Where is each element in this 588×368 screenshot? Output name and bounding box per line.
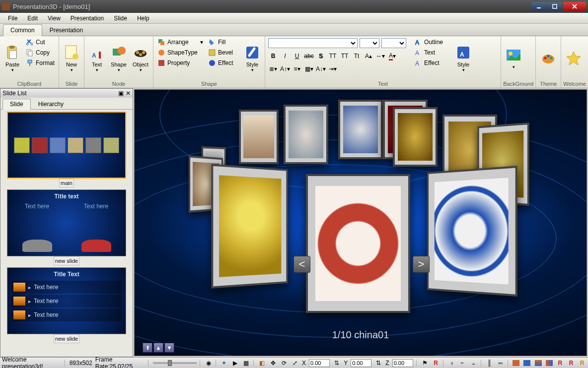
slide-thumb[interactable]: Title text Text hereText here new slide xyxy=(2,189,131,265)
sb-dist-v-icon[interactable]: ═ xyxy=(496,359,504,368)
gallery-prev-button[interactable]: < xyxy=(294,256,310,273)
slidelist-tab-hierarchy[interactable]: Hierarchy xyxy=(31,99,71,109)
font-family-combo[interactable] xyxy=(268,38,358,48)
sb-align-center-icon[interactable]: ⫟ xyxy=(458,359,466,368)
sb-align-right-icon[interactable]: ⫠ xyxy=(470,359,478,368)
ribbon-tab-common[interactable]: Common xyxy=(3,24,42,36)
sb-color1-icon[interactable] xyxy=(512,359,520,368)
sb-y-stepper[interactable]: ⇅ xyxy=(333,359,341,368)
gallery-card[interactable] xyxy=(338,100,383,159)
sb-play-icon[interactable]: ▶ xyxy=(231,359,239,368)
textdir-button[interactable]: A↓▾ xyxy=(316,64,326,74)
shape-node-button[interactable]: Shape xyxy=(108,37,129,80)
strike-button[interactable]: abc xyxy=(304,51,314,61)
menu-view[interactable]: View xyxy=(43,14,66,23)
sb-cube-icon[interactable]: ◧ xyxy=(258,359,266,368)
zoom-slider[interactable] xyxy=(153,362,197,364)
gallery-next-button[interactable]: > xyxy=(413,256,430,273)
font-extra-combo[interactable] xyxy=(381,38,406,48)
new-slide-button[interactable]: New xyxy=(61,37,82,80)
slide-thumb[interactable]: main xyxy=(2,112,131,187)
canvas-up-button[interactable]: ▲ xyxy=(153,343,163,353)
maximize-button[interactable] xyxy=(547,2,562,11)
ribbon-tab-presentation[interactable]: Presentation xyxy=(42,24,90,36)
theme-button[interactable] xyxy=(538,37,559,80)
copy-button[interactable]: Copy xyxy=(24,48,57,58)
shapetype-button[interactable]: ShapeType xyxy=(155,48,205,58)
text-style-button[interactable]: A Style xyxy=(453,37,474,80)
slide-thumb[interactable]: Title Text ▸ Text here ▸ Text here ▸ Tex… xyxy=(2,267,131,343)
linespacing-button[interactable]: A↕▾ xyxy=(280,64,290,74)
menu-file[interactable]: File xyxy=(3,14,22,23)
bullets-button[interactable]: ≣▾ xyxy=(268,64,278,74)
text-effect-button[interactable]: AEffect xyxy=(412,58,452,68)
background-button[interactable] xyxy=(503,37,524,80)
italic-button[interactable]: I xyxy=(280,51,290,61)
menu-edit[interactable]: Edit xyxy=(22,14,43,23)
font-size-combo[interactable] xyxy=(360,38,379,48)
sb-r1-button[interactable]: R xyxy=(432,359,440,368)
underline-button[interactable]: U xyxy=(292,51,302,61)
sb-color3-icon[interactable] xyxy=(534,359,542,368)
sb-puzzle-icon[interactable]: ✦ xyxy=(220,359,228,368)
case-button[interactable]: Tt xyxy=(352,51,362,61)
paste-button[interactable]: Paste xyxy=(2,37,23,80)
status-y-input[interactable] xyxy=(351,359,371,367)
canvas-area[interactable]: < > 1/10 china01 ⬆ ▲ ▼ xyxy=(134,89,587,356)
gallery-card[interactable] xyxy=(427,166,517,297)
menu-slide[interactable]: Slide xyxy=(109,14,132,23)
bevel-button[interactable]: Bevel xyxy=(206,48,241,58)
slidelist-tab-slide[interactable]: Slide xyxy=(2,99,31,110)
shape-style-button[interactable]: Style xyxy=(242,37,263,80)
gallery-card-center[interactable] xyxy=(306,174,410,313)
menu-help[interactable]: Help xyxy=(132,14,154,23)
sb-dist-h-icon[interactable]: ║ xyxy=(485,359,493,368)
object-node-button[interactable]: Object xyxy=(130,37,151,80)
char-spacing-button[interactable]: ↔▾ xyxy=(375,51,385,61)
panel-close-icon[interactable]: ✕ xyxy=(126,90,131,97)
minimize-button[interactable] xyxy=(531,2,546,11)
menu-presentation[interactable]: Presentation xyxy=(66,14,109,23)
property-button[interactable]: Property xyxy=(155,58,205,68)
format-button[interactable]: Format xyxy=(24,58,57,68)
sub-button[interactable]: TT xyxy=(340,51,350,61)
sb-record-icon[interactable]: ◉ xyxy=(205,359,213,368)
gallery-card[interactable] xyxy=(239,110,279,164)
welcome-button[interactable] xyxy=(563,37,584,80)
indent-button[interactable]: ⇥▾ xyxy=(328,64,338,74)
canvas-home-button[interactable]: ⬆ xyxy=(143,343,152,353)
sup-button[interactable]: TT xyxy=(328,51,338,61)
gallery-card[interactable] xyxy=(393,107,438,167)
cut-button[interactable]: Cut xyxy=(24,37,57,47)
close-button[interactable] xyxy=(563,2,586,11)
sb-r3-button[interactable]: R xyxy=(567,359,575,368)
sb-flag-icon[interactable]: ⚑ xyxy=(421,359,429,368)
columns-button[interactable]: ▦▾ xyxy=(304,64,314,74)
bold-button[interactable]: B xyxy=(268,51,278,61)
status-z-input[interactable] xyxy=(392,359,413,367)
font-color-button[interactable]: A▾ xyxy=(387,51,397,61)
effect-button[interactable]: Effect xyxy=(206,58,241,68)
font-size-grow-button[interactable]: A▴ xyxy=(364,51,373,61)
text-fill-button[interactable]: AText xyxy=(412,48,452,58)
sb-color4-icon[interactable] xyxy=(545,359,553,368)
sb-align-left-icon[interactable]: ⫞ xyxy=(447,359,455,368)
align-button[interactable]: ≡▾ xyxy=(292,64,302,74)
gallery-card[interactable] xyxy=(284,105,328,164)
sb-grid-icon[interactable]: ▦ xyxy=(242,359,250,368)
sb-z-stepper[interactable]: ⇅ xyxy=(374,359,382,368)
arrange-button[interactable]: Arrange▾ xyxy=(155,37,205,47)
sb-move-icon[interactable]: ✥ xyxy=(269,359,277,368)
text-node-button[interactable]: A Text xyxy=(86,37,107,80)
sb-scale-icon[interactable]: ⤢ xyxy=(291,359,299,368)
panel-pin-icon[interactable]: ▣ xyxy=(118,90,124,97)
sb-rotate-icon[interactable]: ⟳ xyxy=(280,359,288,368)
outline-text-button[interactable]: AOutline xyxy=(412,37,452,47)
status-x-input[interactable] xyxy=(309,359,330,367)
fill-button[interactable]: Fill xyxy=(206,37,241,47)
sb-color2-icon[interactable] xyxy=(523,359,531,368)
sb-r2-button[interactable]: R xyxy=(556,359,564,368)
shadow-text-button[interactable]: S xyxy=(316,51,326,61)
sb-r4-button[interactable]: R xyxy=(578,359,586,368)
canvas-down-button[interactable]: ▼ xyxy=(164,343,174,353)
